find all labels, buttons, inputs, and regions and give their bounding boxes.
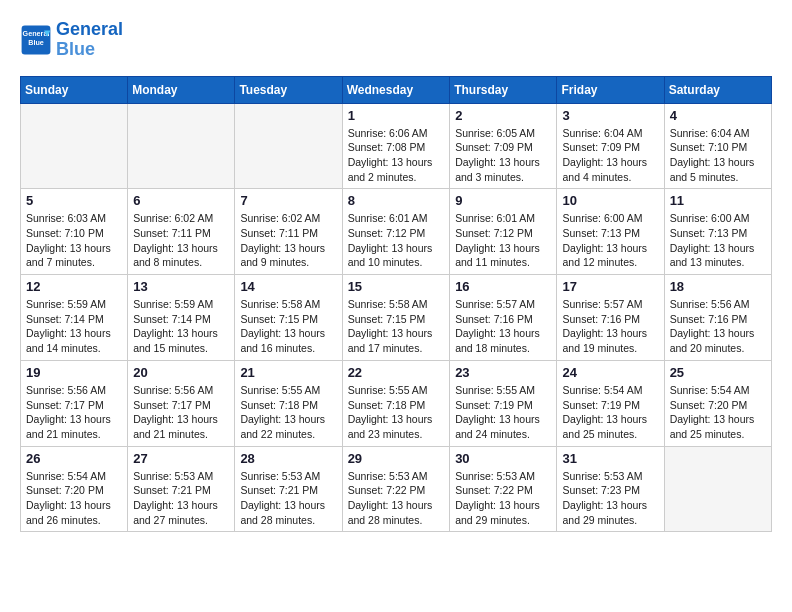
day-number: 17: [562, 279, 658, 294]
day-number: 8: [348, 193, 445, 208]
svg-text:Blue: Blue: [28, 38, 44, 47]
day-number: 1: [348, 108, 445, 123]
day-info: Sunrise: 5:54 AM Sunset: 7:19 PM Dayligh…: [562, 383, 658, 442]
calendar-cell: 2Sunrise: 6:05 AM Sunset: 7:09 PM Daylig…: [450, 103, 557, 189]
calendar-cell: 23Sunrise: 5:55 AM Sunset: 7:19 PM Dayli…: [450, 360, 557, 446]
calendar-cell: 18Sunrise: 5:56 AM Sunset: 7:16 PM Dayli…: [664, 275, 771, 361]
logo-text: GeneralBlue: [56, 20, 123, 60]
day-info: Sunrise: 5:56 AM Sunset: 7:17 PM Dayligh…: [26, 383, 122, 442]
calendar-cell: 12Sunrise: 5:59 AM Sunset: 7:14 PM Dayli…: [21, 275, 128, 361]
day-number: 11: [670, 193, 766, 208]
calendar-cell: 30Sunrise: 5:53 AM Sunset: 7:22 PM Dayli…: [450, 446, 557, 532]
day-info: Sunrise: 5:53 AM Sunset: 7:21 PM Dayligh…: [133, 469, 229, 528]
calendar-cell: 9Sunrise: 6:01 AM Sunset: 7:12 PM Daylig…: [450, 189, 557, 275]
day-info: Sunrise: 5:53 AM Sunset: 7:21 PM Dayligh…: [240, 469, 336, 528]
day-number: 4: [670, 108, 766, 123]
day-number: 7: [240, 193, 336, 208]
calendar-cell: 29Sunrise: 5:53 AM Sunset: 7:22 PM Dayli…: [342, 446, 450, 532]
day-number: 21: [240, 365, 336, 380]
day-number: 16: [455, 279, 551, 294]
calendar-cell: [128, 103, 235, 189]
logo: General Blue GeneralBlue: [20, 20, 123, 60]
calendar-cell: 24Sunrise: 5:54 AM Sunset: 7:19 PM Dayli…: [557, 360, 664, 446]
calendar-cell: 25Sunrise: 5:54 AM Sunset: 7:20 PM Dayli…: [664, 360, 771, 446]
day-number: 25: [670, 365, 766, 380]
weekday-header-saturday: Saturday: [664, 76, 771, 103]
weekday-header-thursday: Thursday: [450, 76, 557, 103]
day-info: Sunrise: 5:53 AM Sunset: 7:22 PM Dayligh…: [455, 469, 551, 528]
calendar-cell: 1Sunrise: 6:06 AM Sunset: 7:08 PM Daylig…: [342, 103, 450, 189]
day-number: 23: [455, 365, 551, 380]
calendar-week-row: 12Sunrise: 5:59 AM Sunset: 7:14 PM Dayli…: [21, 275, 772, 361]
calendar-table: SundayMondayTuesdayWednesdayThursdayFrid…: [20, 76, 772, 533]
page-header: General Blue GeneralBlue: [20, 20, 772, 60]
day-info: Sunrise: 6:06 AM Sunset: 7:08 PM Dayligh…: [348, 126, 445, 185]
day-info: Sunrise: 6:04 AM Sunset: 7:09 PM Dayligh…: [562, 126, 658, 185]
day-info: Sunrise: 6:03 AM Sunset: 7:10 PM Dayligh…: [26, 211, 122, 270]
day-info: Sunrise: 5:54 AM Sunset: 7:20 PM Dayligh…: [670, 383, 766, 442]
calendar-cell: 14Sunrise: 5:58 AM Sunset: 7:15 PM Dayli…: [235, 275, 342, 361]
day-number: 3: [562, 108, 658, 123]
day-number: 27: [133, 451, 229, 466]
day-info: Sunrise: 5:58 AM Sunset: 7:15 PM Dayligh…: [348, 297, 445, 356]
day-number: 13: [133, 279, 229, 294]
day-info: Sunrise: 5:57 AM Sunset: 7:16 PM Dayligh…: [455, 297, 551, 356]
day-number: 18: [670, 279, 766, 294]
day-number: 14: [240, 279, 336, 294]
calendar-cell: 26Sunrise: 5:54 AM Sunset: 7:20 PM Dayli…: [21, 446, 128, 532]
day-info: Sunrise: 6:01 AM Sunset: 7:12 PM Dayligh…: [455, 211, 551, 270]
day-number: 31: [562, 451, 658, 466]
calendar-cell: 15Sunrise: 5:58 AM Sunset: 7:15 PM Dayli…: [342, 275, 450, 361]
calendar-cell: 11Sunrise: 6:00 AM Sunset: 7:13 PM Dayli…: [664, 189, 771, 275]
day-info: Sunrise: 5:56 AM Sunset: 7:17 PM Dayligh…: [133, 383, 229, 442]
day-info: Sunrise: 5:55 AM Sunset: 7:18 PM Dayligh…: [348, 383, 445, 442]
calendar-cell: 19Sunrise: 5:56 AM Sunset: 7:17 PM Dayli…: [21, 360, 128, 446]
day-number: 29: [348, 451, 445, 466]
calendar-cell: 21Sunrise: 5:55 AM Sunset: 7:18 PM Dayli…: [235, 360, 342, 446]
weekday-header-wednesday: Wednesday: [342, 76, 450, 103]
day-number: 5: [26, 193, 122, 208]
day-number: 12: [26, 279, 122, 294]
logo-icon: General Blue: [20, 24, 52, 56]
day-number: 20: [133, 365, 229, 380]
day-info: Sunrise: 5:55 AM Sunset: 7:18 PM Dayligh…: [240, 383, 336, 442]
day-info: Sunrise: 5:54 AM Sunset: 7:20 PM Dayligh…: [26, 469, 122, 528]
day-number: 10: [562, 193, 658, 208]
calendar-cell: 4Sunrise: 6:04 AM Sunset: 7:10 PM Daylig…: [664, 103, 771, 189]
day-info: Sunrise: 6:02 AM Sunset: 7:11 PM Dayligh…: [133, 211, 229, 270]
calendar-cell: 3Sunrise: 6:04 AM Sunset: 7:09 PM Daylig…: [557, 103, 664, 189]
calendar-cell: 28Sunrise: 5:53 AM Sunset: 7:21 PM Dayli…: [235, 446, 342, 532]
day-info: Sunrise: 5:58 AM Sunset: 7:15 PM Dayligh…: [240, 297, 336, 356]
weekday-header-friday: Friday: [557, 76, 664, 103]
day-info: Sunrise: 6:00 AM Sunset: 7:13 PM Dayligh…: [562, 211, 658, 270]
day-number: 19: [26, 365, 122, 380]
day-info: Sunrise: 5:55 AM Sunset: 7:19 PM Dayligh…: [455, 383, 551, 442]
calendar-cell: 7Sunrise: 6:02 AM Sunset: 7:11 PM Daylig…: [235, 189, 342, 275]
calendar-cell: 13Sunrise: 5:59 AM Sunset: 7:14 PM Dayli…: [128, 275, 235, 361]
calendar-cell: 17Sunrise: 5:57 AM Sunset: 7:16 PM Dayli…: [557, 275, 664, 361]
weekday-header-row: SundayMondayTuesdayWednesdayThursdayFrid…: [21, 76, 772, 103]
calendar-cell: 10Sunrise: 6:00 AM Sunset: 7:13 PM Dayli…: [557, 189, 664, 275]
calendar-week-row: 26Sunrise: 5:54 AM Sunset: 7:20 PM Dayli…: [21, 446, 772, 532]
calendar-week-row: 19Sunrise: 5:56 AM Sunset: 7:17 PM Dayli…: [21, 360, 772, 446]
day-info: Sunrise: 5:53 AM Sunset: 7:22 PM Dayligh…: [348, 469, 445, 528]
calendar-cell: 20Sunrise: 5:56 AM Sunset: 7:17 PM Dayli…: [128, 360, 235, 446]
day-info: Sunrise: 6:05 AM Sunset: 7:09 PM Dayligh…: [455, 126, 551, 185]
calendar-week-row: 5Sunrise: 6:03 AM Sunset: 7:10 PM Daylig…: [21, 189, 772, 275]
day-info: Sunrise: 5:57 AM Sunset: 7:16 PM Dayligh…: [562, 297, 658, 356]
day-info: Sunrise: 5:56 AM Sunset: 7:16 PM Dayligh…: [670, 297, 766, 356]
calendar-cell: [664, 446, 771, 532]
calendar-cell: [235, 103, 342, 189]
weekday-header-sunday: Sunday: [21, 76, 128, 103]
calendar-cell: 27Sunrise: 5:53 AM Sunset: 7:21 PM Dayli…: [128, 446, 235, 532]
calendar-cell: 5Sunrise: 6:03 AM Sunset: 7:10 PM Daylig…: [21, 189, 128, 275]
day-number: 15: [348, 279, 445, 294]
svg-text:General: General: [23, 29, 50, 38]
day-info: Sunrise: 5:53 AM Sunset: 7:23 PM Dayligh…: [562, 469, 658, 528]
calendar-cell: 22Sunrise: 5:55 AM Sunset: 7:18 PM Dayli…: [342, 360, 450, 446]
calendar-cell: 8Sunrise: 6:01 AM Sunset: 7:12 PM Daylig…: [342, 189, 450, 275]
day-info: Sunrise: 6:01 AM Sunset: 7:12 PM Dayligh…: [348, 211, 445, 270]
day-info: Sunrise: 6:02 AM Sunset: 7:11 PM Dayligh…: [240, 211, 336, 270]
day-info: Sunrise: 5:59 AM Sunset: 7:14 PM Dayligh…: [26, 297, 122, 356]
day-info: Sunrise: 6:00 AM Sunset: 7:13 PM Dayligh…: [670, 211, 766, 270]
